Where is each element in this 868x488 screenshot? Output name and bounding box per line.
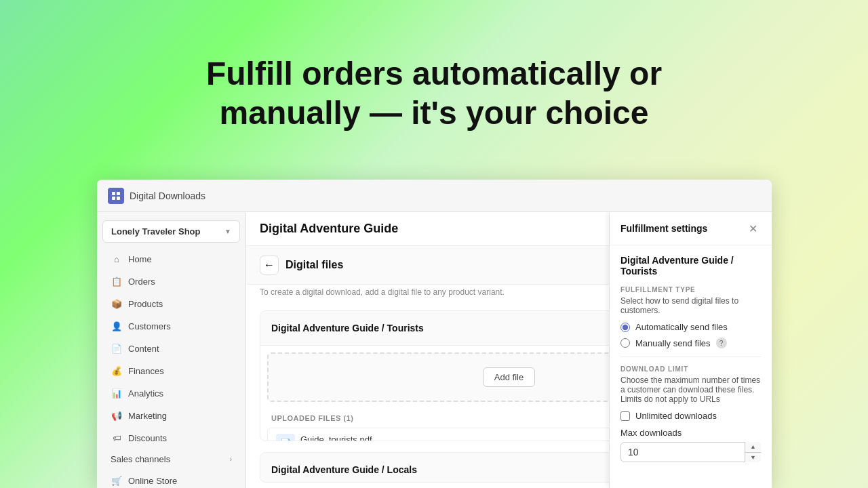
unlimited-downloads-row[interactable]: Unlimited downloads	[620, 411, 761, 421]
sidebar-item-analytics[interactable]: 📊 Analytics	[102, 382, 240, 404]
nav-label-finances: Finances	[128, 366, 164, 376]
back-button[interactable]: ←	[260, 256, 279, 274]
panel-product-title: Digital Adventure Guide / Tourists	[620, 255, 761, 277]
sidebar-item-content[interactable]: 📄 Content	[102, 338, 240, 359]
panel-title: Fulfillment settings	[620, 223, 707, 234]
online-store-icon: 🛒	[111, 474, 123, 487]
app-name: Digital Downloads	[130, 190, 205, 201]
unlimited-label: Unlimited downloads	[635, 411, 717, 421]
app-window: Digital Downloads Lonely Traveler Shop ▼…	[97, 180, 772, 488]
expand-icon: ›	[230, 455, 232, 463]
shop-selector[interactable]: Lonely Traveler Shop ▼	[102, 220, 240, 243]
spinner-buttons: ▲ ▼	[745, 442, 761, 462]
customers-icon: 👤	[111, 320, 123, 332]
main-layout: Lonely Traveler Shop ▼ ⌂ Home 📋 Orders 📦…	[97, 212, 772, 488]
shop-name: Lonely Traveler Shop	[111, 226, 201, 237]
download-limit-desc: Choose the maximum number of times a cus…	[620, 375, 761, 404]
home-icon: ⌂	[111, 253, 123, 265]
nav-label-content: Content	[128, 344, 159, 354]
svg-rect-2	[112, 197, 115, 200]
nav-label-online-store: Online Store	[128, 476, 177, 486]
orders-icon: 📋	[111, 275, 123, 287]
sidebar-item-products[interactable]: 📦 Products	[102, 293, 240, 314]
nav-label-marketing: Marketing	[128, 411, 167, 421]
close-panel-button[interactable]: ✕	[745, 220, 761, 237]
help-icon[interactable]: ?	[716, 338, 727, 348]
discounts-icon: 🏷	[111, 432, 123, 444]
svg-rect-0	[112, 192, 115, 195]
product-name-locals: Digital Adventure Guide / Locals	[271, 464, 417, 475]
max-downloads-input[interactable]	[620, 442, 761, 462]
unlimited-checkbox[interactable]	[620, 411, 630, 421]
panel-header: Fulfillment settings ✕	[610, 212, 772, 245]
back-icon: ←	[264, 259, 275, 271]
content-area: Digital Adventure Guide ← Digital files …	[246, 212, 772, 488]
nav-label-analytics: Analytics	[128, 388, 163, 399]
chevron-down-icon: ▼	[224, 228, 231, 235]
increment-button[interactable]: ▲	[745, 442, 761, 453]
sidebar-item-marketing[interactable]: 📢 Marketing	[102, 405, 240, 426]
page-title: Digital Adventure Guide	[260, 222, 398, 235]
app-icon	[108, 188, 124, 204]
decrement-button[interactable]: ▼	[745, 453, 761, 463]
top-bar: Digital Downloads	[97, 180, 772, 212]
add-file-button-tourists[interactable]: Add file	[483, 367, 535, 387]
products-icon: 📦	[111, 298, 123, 310]
fulfillment-type-label: FULFILLMENT TYPE	[620, 286, 761, 293]
svg-rect-1	[117, 192, 120, 195]
nav-label-discounts: Discounts	[128, 433, 167, 443]
nav-label-customers: Customers	[128, 321, 171, 331]
sidebar-item-home[interactable]: ⌂ Home	[102, 248, 240, 270]
sales-channels-section[interactable]: Sales channels ›	[102, 449, 240, 469]
nav-label-orders: Orders	[128, 277, 155, 287]
analytics-icon: 📊	[111, 387, 123, 399]
panel-body: Digital Adventure Guide / Tourists FULFI…	[610, 245, 772, 488]
auto-label: Automatically send files	[635, 322, 728, 332]
radio-option-manual[interactable]: Manually send files ?	[620, 338, 761, 348]
nav-label-home: Home	[128, 254, 152, 264]
sidebar-item-orders[interactable]: 📋 Orders	[102, 270, 240, 292]
nav-label-products: Products	[128, 299, 163, 309]
sidebar-item-finances[interactable]: 💰 Finances	[102, 360, 240, 382]
manual-radio[interactable]	[620, 338, 630, 348]
sidebar-item-customers[interactable]: 👤 Customers	[102, 315, 240, 337]
radio-option-auto[interactable]: Automatically send files	[620, 322, 761, 332]
fulfillment-panel: Fulfillment settings ✕ Digital Adventure…	[609, 212, 772, 488]
marketing-icon: 📢	[111, 409, 123, 422]
max-downloads-label: Max downloads	[620, 428, 761, 438]
manual-label: Manually send files	[635, 338, 711, 348]
max-downloads-wrapper: ▲ ▼	[620, 442, 761, 462]
auto-radio[interactable]	[620, 323, 630, 332]
fulfillment-type-desc: Select how to send digital files to cust…	[620, 296, 761, 315]
hero-section: Fulfill orders automatically or manually…	[0, 0, 868, 159]
svg-rect-3	[117, 197, 120, 200]
content-icon: 📄	[111, 342, 123, 354]
hero-title: Fulfill orders automatically or manually…	[197, 54, 671, 132]
pdf-icon: 📄	[276, 434, 295, 441]
sidebar-item-online-store[interactable]: 🛒 Online Store	[102, 470, 240, 488]
digital-files-title: Digital files	[285, 259, 343, 271]
sales-channels-label: Sales channels	[111, 454, 170, 464]
sidebar-item-discounts[interactable]: 🏷 Discounts	[102, 427, 240, 449]
finances-icon: 💰	[111, 365, 123, 377]
divider	[620, 357, 761, 357]
sidebar: Lonely Traveler Shop ▼ ⌂ Home 📋 Orders 📦…	[97, 212, 246, 488]
product-name-tourists: Digital Adventure Guide / Tourists	[271, 323, 424, 333]
download-limit-label: DOWNLOAD LIMIT	[620, 365, 761, 373]
